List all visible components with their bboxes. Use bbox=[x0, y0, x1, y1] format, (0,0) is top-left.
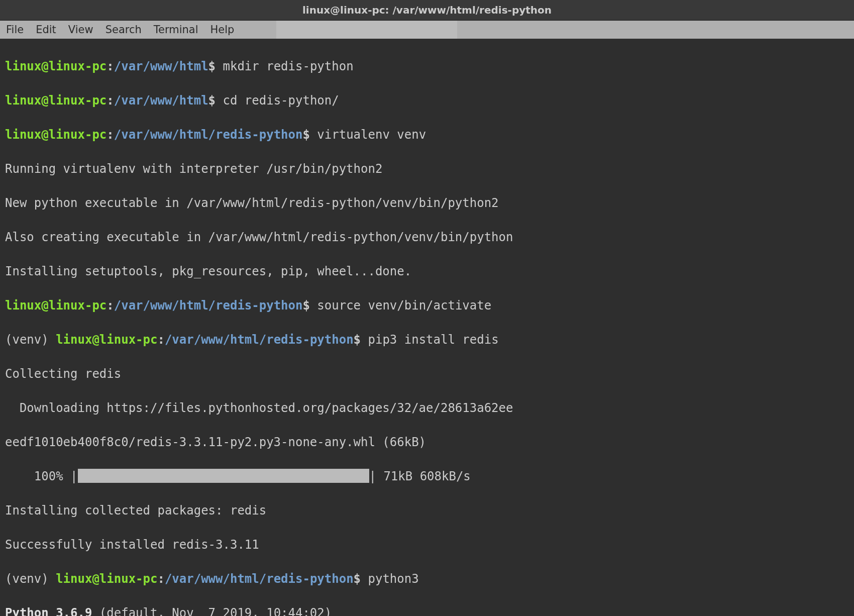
venv-prefix: (venv) bbox=[5, 572, 56, 586]
prompt-dollar: $ bbox=[354, 333, 361, 347]
terminal-line: linux@linux-pc:/var/www/html$ mkdir redi… bbox=[5, 58, 849, 75]
prompt-colon: : bbox=[106, 128, 114, 142]
terminal-output: Also creating executable in /var/www/htm… bbox=[5, 229, 849, 246]
terminal-output: eedf1010eb400f8c0/redis-3.3.11-py2.py3-n… bbox=[5, 434, 849, 451]
menu-help[interactable]: Help bbox=[210, 24, 235, 36]
terminal-output: Installing collected packages: redis bbox=[5, 502, 849, 519]
python-build: (default, Nov 7 2019, 10:44:02) bbox=[99, 606, 339, 616]
command-text: pip3 install redis bbox=[361, 333, 499, 347]
terminal-output-area[interactable]: linux@linux-pc:/var/www/html$ mkdir redi… bbox=[0, 39, 854, 616]
prompt-user: linux@linux-pc bbox=[5, 93, 106, 108]
terminal-line: linux@linux-pc:/var/www/html$ cd redis-p… bbox=[5, 92, 849, 109]
prompt-path: /var/www/html bbox=[114, 59, 208, 73]
selection-highlight bbox=[276, 21, 457, 39]
prompt-path: /var/www/html/redis-python bbox=[114, 298, 303, 313]
prompt-colon: : bbox=[157, 572, 164, 586]
prompt-user: linux@linux-pc bbox=[5, 59, 106, 73]
command-text: virtualenv venv bbox=[310, 128, 426, 142]
prompt-dollar: $ bbox=[208, 93, 216, 108]
progress-speed: | 71kB 608kB/s bbox=[369, 469, 471, 483]
progress-bar bbox=[78, 469, 369, 483]
terminal-line: (venv) linux@linux-pc:/var/www/html/redi… bbox=[5, 570, 849, 587]
menu-search[interactable]: Search bbox=[105, 24, 142, 36]
prompt-colon: : bbox=[106, 298, 114, 313]
terminal-line: 100% || 71kB 608kB/s bbox=[5, 468, 849, 485]
terminal-output: New python executable in /var/www/html/r… bbox=[5, 194, 849, 212]
prompt-path: /var/www/html/redis-python bbox=[114, 128, 303, 142]
prompt-dollar: $ bbox=[302, 298, 309, 313]
menu-bar: File Edit View Search Terminal Help bbox=[0, 21, 854, 39]
prompt-colon: : bbox=[106, 59, 114, 73]
prompt-path: /var/www/html bbox=[114, 93, 208, 108]
progress-percent: 100% | bbox=[5, 469, 78, 483]
command-text: source venv/bin/activate bbox=[310, 298, 491, 313]
prompt-colon: : bbox=[106, 93, 114, 108]
terminal-output: Running virtualenv with interpreter /usr… bbox=[5, 160, 849, 177]
menu-edit[interactable]: Edit bbox=[36, 24, 56, 36]
menu-view[interactable]: View bbox=[68, 24, 93, 36]
terminal-output: Downloading https://files.pythonhosted.o… bbox=[5, 399, 849, 417]
terminal-output: Collecting redis bbox=[5, 365, 849, 382]
menu-terminal[interactable]: Terminal bbox=[154, 24, 198, 36]
command-text: mkdir redis-python bbox=[216, 59, 354, 73]
window-titlebar: linux@linux-pc: /var/www/html/redis-pyth… bbox=[0, 0, 854, 21]
prompt-path: /var/www/html/redis-python bbox=[165, 572, 354, 586]
terminal-line: linux@linux-pc:/var/www/html/redis-pytho… bbox=[5, 297, 849, 314]
command-text: cd redis-python/ bbox=[216, 93, 339, 108]
prompt-dollar: $ bbox=[302, 128, 309, 142]
venv-prefix: (venv) bbox=[5, 333, 56, 347]
command-text: python3 bbox=[361, 572, 419, 586]
prompt-dollar: $ bbox=[354, 572, 361, 586]
terminal-output: Installing setuptools, pkg_resources, pi… bbox=[5, 263, 849, 280]
prompt-user: linux@linux-pc bbox=[5, 298, 106, 313]
terminal-line: (venv) linux@linux-pc:/var/www/html/redi… bbox=[5, 331, 849, 348]
window-title: linux@linux-pc: /var/www/html/redis-pyth… bbox=[302, 4, 552, 16]
prompt-dollar: $ bbox=[208, 59, 216, 73]
prompt-colon: : bbox=[157, 333, 164, 347]
prompt-user: linux@linux-pc bbox=[56, 572, 157, 586]
terminal-line: Python 3.6.9 (default, Nov 7 2019, 10:44… bbox=[5, 604, 849, 616]
menu-file[interactable]: File bbox=[6, 24, 24, 36]
prompt-path: /var/www/html/redis-python bbox=[165, 333, 354, 347]
prompt-user: linux@linux-pc bbox=[5, 128, 106, 142]
terminal-output: Successfully installed redis-3.3.11 bbox=[5, 536, 849, 553]
prompt-user: linux@linux-pc bbox=[56, 333, 157, 347]
python-version: Python 3.6.9 bbox=[5, 606, 99, 616]
terminal-line: linux@linux-pc:/var/www/html/redis-pytho… bbox=[5, 126, 849, 143]
